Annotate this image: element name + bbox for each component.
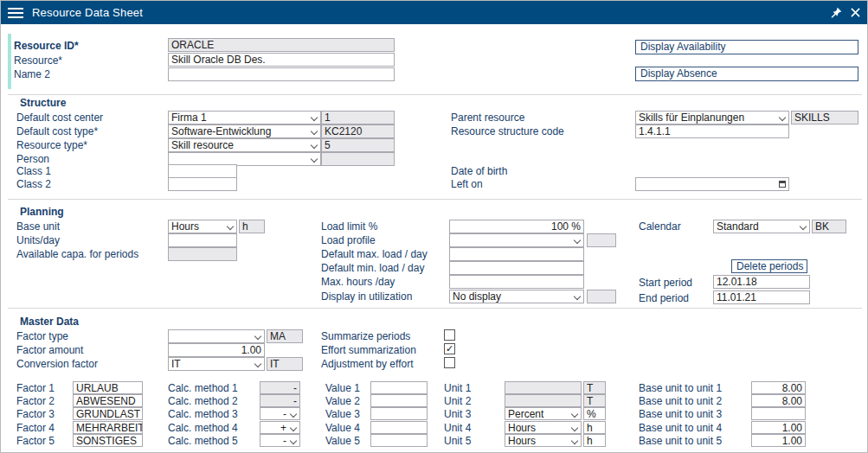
adjustment-by-effort-checkbox[interactable]	[444, 357, 455, 368]
pin-icon[interactable]	[831, 7, 842, 18]
units-day-label: Units/day	[16, 234, 60, 246]
calc-method5-label: Calc. method 5	[168, 435, 238, 447]
min-load-label: Default min. load / day	[321, 262, 424, 274]
base-unit1-field[interactable]: 8.00	[751, 381, 806, 394]
factor3-field[interactable]: GRUNDLAST	[73, 407, 143, 420]
max-load-label: Default max. load / day	[321, 248, 428, 260]
factor-amount-label: Factor amount	[16, 344, 83, 356]
load-limit-label: Load limit %	[321, 220, 377, 233]
value2-field[interactable]	[370, 394, 428, 407]
section-accent-bar	[8, 34, 11, 89]
summarize-periods-label: Summarize periods	[321, 330, 410, 342]
unit4-value: Hours	[508, 422, 536, 434]
factor4-field[interactable]: MEHRARBEIT	[73, 421, 143, 434]
end-period-field[interactable]: 11.01.21	[713, 290, 810, 304]
resource-type-code-field: 5	[321, 138, 395, 152]
resource-id-label: Resource ID*	[14, 40, 79, 52]
parent-resource-label: Parent resource	[451, 112, 524, 124]
chevron-down-icon	[571, 411, 578, 418]
cost-center-value: Firma 1	[171, 112, 207, 124]
window-title: Resource Data Sheet	[32, 6, 143, 19]
unit3-select[interactable]: Percent	[505, 407, 582, 420]
units-day-field[interactable]	[168, 233, 237, 247]
class2-label: Class 2	[16, 178, 51, 190]
calc-method3-value: -	[283, 408, 286, 420]
conversion-factor-value: IT	[171, 358, 181, 370]
factor5-label: Factor 5	[16, 435, 55, 447]
cost-type-code-field: KC2120	[321, 124, 395, 138]
avail-capa-field	[168, 247, 237, 261]
calc-method4-select[interactable]: +	[260, 421, 300, 434]
unit1-field	[505, 381, 582, 394]
base-unit5-field[interactable]: 1.00	[751, 434, 806, 447]
value3-field[interactable]	[370, 407, 428, 420]
person-code-field	[321, 152, 395, 166]
factor-amount-field[interactable]: 1.00	[168, 343, 265, 357]
chevron-down-icon	[254, 333, 261, 340]
factor5-field[interactable]: SONSTIGES	[73, 434, 143, 447]
left-on-field[interactable]	[635, 177, 789, 191]
unit5-select[interactable]: Hours	[505, 434, 582, 447]
display-util-select[interactable]: No display	[449, 290, 584, 303]
base-unit5-label: Base unit to unit 5	[639, 435, 722, 447]
resource-type-value: Skill resource	[171, 139, 234, 151]
calendar-select[interactable]: Standard	[713, 220, 810, 233]
chevron-down-icon	[290, 411, 297, 418]
parent-resource-select[interactable]: Skills für Einplanungen	[635, 111, 789, 124]
calc-method3-select[interactable]: -	[260, 407, 300, 420]
summarize-periods-checkbox[interactable]	[444, 329, 455, 341]
base-unit2-field[interactable]: 8.00	[751, 394, 806, 407]
factor1-field[interactable]: URLAUB	[73, 381, 143, 394]
max-load-field[interactable]	[449, 247, 584, 261]
base-unit4-label: Base unit to unit 4	[639, 422, 722, 434]
base-unit3-field[interactable]	[751, 407, 806, 420]
min-load-field[interactable]	[449, 261, 584, 275]
chevron-down-icon	[311, 142, 318, 149]
cost-type-select[interactable]: Software-Entwicklung	[168, 124, 321, 138]
close-icon[interactable]	[851, 8, 860, 17]
effort-summarization-checkbox[interactable]: ✓	[444, 343, 455, 354]
person-label: Person	[16, 153, 49, 165]
parent-resource-value: Skills für Einplanungen	[639, 112, 744, 124]
calendar-icon[interactable]	[779, 181, 786, 188]
unit4-select[interactable]: Hours	[505, 421, 582, 434]
start-period-field[interactable]: 12.01.18	[713, 275, 810, 289]
unit3-value: Percent	[508, 408, 543, 420]
resource-field[interactable]: Skill Oracle DB Des.	[168, 53, 395, 67]
class2-field[interactable]	[168, 177, 237, 191]
chevron-down-icon	[574, 293, 581, 300]
chevron-down-icon	[571, 424, 578, 431]
base-unit-select[interactable]: Hours	[168, 220, 237, 233]
value5-field[interactable]	[370, 434, 428, 447]
structure-code-label: Resource structure code	[451, 125, 564, 137]
resource-type-select[interactable]: Skill resource	[168, 138, 321, 152]
base-unit1-label: Base unit to unit 1	[639, 382, 722, 394]
class1-field[interactable]	[168, 164, 237, 178]
value1-field[interactable]	[370, 381, 428, 394]
unit3-code-field: %	[583, 407, 606, 420]
display-availability-button[interactable]: Display Availability	[635, 40, 858, 54]
cost-center-select[interactable]: Firma 1	[168, 111, 321, 124]
display-absence-button[interactable]: Display Absence	[635, 67, 858, 81]
display-util-value: No display	[453, 290, 501, 303]
start-period-label: Start period	[639, 277, 692, 289]
factor-type-select[interactable]	[168, 329, 265, 343]
value4-field[interactable]	[370, 421, 428, 434]
base-unit4-field[interactable]: 1.00	[751, 421, 806, 434]
chevron-down-icon	[779, 114, 786, 121]
resource-data-sheet-window: Resource Data Sheet Resource ID* Resourc…	[0, 0, 868, 453]
parent-resource-code-field: SKILLS	[791, 111, 858, 124]
menu-icon[interactable]	[8, 8, 23, 18]
load-limit-field[interactable]: 100 %	[449, 220, 584, 233]
structure-code-field[interactable]: 1.4.1.1	[635, 124, 789, 138]
factor2-field[interactable]: ABWESEND	[73, 394, 143, 407]
max-hours-field[interactable]	[449, 275, 584, 289]
effort-summarization-label: Effort summarization	[321, 344, 416, 356]
calc-method5-select[interactable]: -	[260, 434, 300, 447]
load-profile-select[interactable]	[449, 233, 584, 247]
conversion-factor-select[interactable]: IT	[168, 357, 265, 371]
adjustment-by-effort-label: Adjustment by effort	[321, 358, 414, 370]
name2-field[interactable]	[168, 67, 395, 81]
delete-periods-button[interactable]: Delete periods	[731, 259, 807, 273]
unit5-label: Unit 5	[444, 435, 471, 447]
